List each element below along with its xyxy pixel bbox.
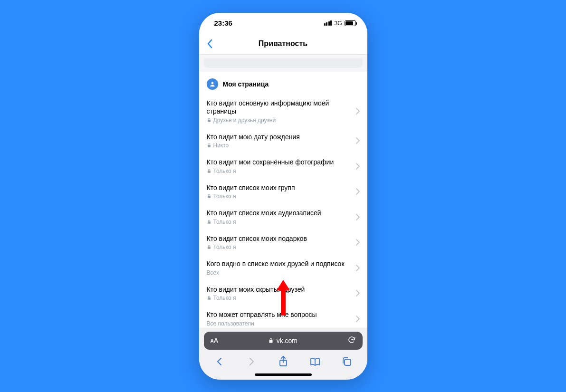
privacy-row[interactable]: Кто видит список моих группТолько я (199, 179, 367, 205)
share-icon (278, 356, 288, 367)
lock-icon (268, 338, 274, 344)
svg-point-0 (211, 82, 213, 84)
nav-forward-button[interactable] (245, 355, 258, 368)
home-indicator (255, 373, 312, 376)
phone-frame: 23:36 3G Приватность (199, 13, 367, 380)
row-value: Только я (213, 244, 236, 250)
person-icon (207, 78, 218, 90)
row-value: Никто (213, 142, 229, 149)
book-icon (310, 357, 320, 366)
row-title: Кто видит мою дату рождения (207, 133, 351, 142)
chevron-right-icon (356, 265, 360, 271)
status-indicators: 3G (324, 20, 356, 27)
row-value: Только я (213, 168, 236, 174)
chevron-right-icon (356, 239, 360, 246)
chevron-right-icon (356, 316, 360, 322)
row-value: Всех (207, 269, 219, 276)
row-value: Все пользователи (207, 320, 254, 327)
status-time: 23:36 (214, 19, 232, 27)
lock-icon (207, 143, 211, 148)
chevron-right-icon (356, 290, 360, 296)
row-value: Только я (213, 219, 236, 225)
lock-icon (207, 118, 211, 123)
signal-icon (324, 20, 332, 26)
safari-chrome: AA vk.com (199, 328, 367, 380)
url-bar[interactable]: AA vk.com (204, 332, 363, 350)
row-value: Только я (213, 193, 236, 200)
lock-icon (207, 220, 211, 224)
url-domain: vk.com (268, 337, 297, 344)
privacy-row[interactable]: Кого видно в списке моих друзей и подпис… (199, 255, 367, 281)
back-button[interactable] (203, 37, 217, 51)
row-title: Кто может отправлять мне вопросы (207, 311, 351, 319)
privacy-row[interactable]: Кто видит основную информацию моей стран… (199, 95, 367, 128)
settings-content[interactable]: Моя страница Кто видит основную информац… (199, 55, 367, 328)
row-value: Друзья и друзья друзей (213, 117, 276, 124)
chevron-right-icon (356, 137, 360, 144)
chevron-right-icon (356, 214, 360, 220)
privacy-row[interactable]: Кто видит мою дату рожденияНикто (199, 128, 367, 154)
page-title: Приватность (259, 39, 307, 48)
lock-icon (207, 169, 211, 173)
row-title: Кто видит список моих аудиозаписей (207, 209, 351, 218)
lock-icon (207, 194, 211, 199)
row-title: Кто видит моих скрытых друзей (207, 286, 351, 294)
lock-icon (207, 296, 211, 300)
chevron-right-icon (247, 357, 256, 366)
chevron-right-icon (356, 108, 360, 115)
section-header-my-page: Моя страница (199, 72, 367, 95)
row-title: Кто видит мои сохранённые фотографии (207, 158, 351, 167)
nav-back-button[interactable] (213, 355, 226, 368)
tabs-icon (342, 357, 352, 366)
privacy-row[interactable]: Кто видит мои сохранённые фотографииТоль… (199, 153, 367, 179)
text-size-button[interactable]: AA (211, 337, 219, 344)
privacy-row[interactable]: Кто может отправлять мне вопросыВсе поль… (199, 306, 367, 328)
svg-rect-4 (345, 359, 351, 365)
chevron-left-icon (207, 39, 213, 48)
chevron-right-icon (356, 163, 360, 170)
chevron-right-icon (356, 188, 360, 195)
privacy-row[interactable]: Кто видит список моих аудиозаписейТолько… (199, 204, 367, 230)
row-title: Кто видит список моих групп (207, 184, 351, 192)
row-title: Кого видно в списке моих друзей и подпис… (207, 260, 351, 268)
safari-toolbar (204, 353, 363, 368)
nav-bar: Приватность (199, 34, 367, 55)
privacy-row[interactable]: Кто видит список моих подарковТолько я (199, 230, 367, 256)
row-title: Кто видит список моих подарков (207, 235, 351, 243)
privacy-row[interactable]: Кто видит моих скрытых друзейТолько я (199, 281, 367, 306)
privacy-section: Моя страница Кто видит основную информац… (199, 72, 367, 328)
network-label: 3G (334, 20, 342, 27)
battery-icon (345, 20, 356, 26)
section-title: Моя страница (223, 80, 269, 88)
status-bar: 23:36 3G (199, 13, 367, 34)
share-button[interactable] (277, 355, 289, 368)
reload-button[interactable] (347, 335, 356, 346)
row-value: Только я (213, 295, 236, 301)
chevron-left-icon (215, 357, 224, 366)
row-title: Кто видит основную информацию моей стран… (207, 99, 351, 116)
lock-icon (207, 245, 211, 249)
reload-icon (347, 335, 356, 344)
tabs-button[interactable] (341, 355, 353, 368)
bookmarks-button[interactable] (309, 355, 321, 368)
